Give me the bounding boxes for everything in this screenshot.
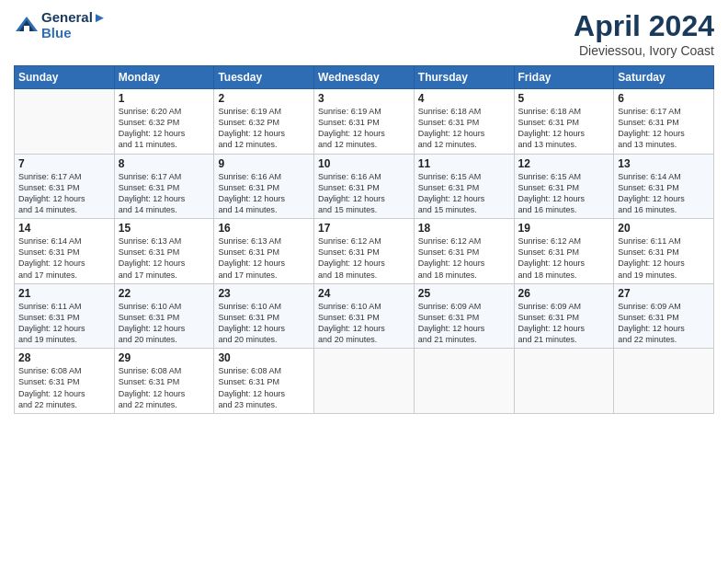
day-info: Sunrise: 6:18 AMSunset: 6:31 PMDaylight:… — [518, 106, 610, 151]
day-number: 1 — [119, 92, 210, 105]
svg-rect-2 — [24, 26, 29, 31]
day-number: 15 — [119, 222, 210, 235]
day-info: Sunrise: 6:18 AMSunset: 6:31 PMDaylight:… — [418, 106, 510, 151]
page: General► Blue April 2024 Dieviessou, Ivo… — [0, 0, 728, 563]
day-number: 8 — [119, 157, 210, 170]
day-info: Sunrise: 6:15 AMSunset: 6:31 PMDaylight:… — [418, 171, 510, 216]
day-number: 25 — [418, 287, 510, 300]
weekday-header-saturday: Saturday — [614, 66, 714, 89]
calendar-cell — [414, 349, 514, 414]
weekday-header-friday: Friday — [514, 66, 614, 89]
calendar-cell — [614, 349, 714, 414]
calendar-cell — [15, 89, 115, 155]
calendar-cell: 22Sunrise: 6:10 AMSunset: 6:31 PMDayligh… — [114, 283, 214, 349]
day-number: 29 — [119, 351, 210, 364]
calendar-cell: 16Sunrise: 6:13 AMSunset: 6:31 PMDayligh… — [214, 219, 314, 284]
calendar-cell: 17Sunrise: 6:12 AMSunset: 6:31 PMDayligh… — [314, 219, 415, 284]
day-number: 23 — [218, 287, 310, 300]
day-number: 5 — [518, 92, 610, 105]
day-info: Sunrise: 6:10 AMSunset: 6:31 PMDaylight:… — [119, 301, 210, 346]
day-info: Sunrise: 6:09 AMSunset: 6:31 PMDaylight:… — [518, 301, 610, 346]
day-number: 24 — [318, 287, 410, 300]
day-number: 16 — [218, 222, 310, 235]
calendar-cell — [514, 349, 614, 414]
calendar-cell: 26Sunrise: 6:09 AMSunset: 6:31 PMDayligh… — [514, 283, 614, 349]
logo-icon — [14, 15, 40, 35]
day-info: Sunrise: 6:19 AMSunset: 6:31 PMDaylight:… — [318, 106, 410, 151]
day-info: Sunrise: 6:14 AMSunset: 6:31 PMDaylight:… — [18, 236, 110, 281]
calendar-cell: 11Sunrise: 6:15 AMSunset: 6:31 PMDayligh… — [414, 154, 514, 219]
logo-area: General► Blue — [14, 9, 107, 41]
weekday-header-sunday: Sunday — [15, 66, 115, 89]
day-number: 12 — [518, 157, 610, 170]
calendar-cell: 19Sunrise: 6:12 AMSunset: 6:31 PMDayligh… — [514, 219, 614, 284]
calendar-cell: 21Sunrise: 6:11 AMSunset: 6:31 PMDayligh… — [15, 283, 115, 349]
calendar-week-row: 7Sunrise: 6:17 AMSunset: 6:31 PMDaylight… — [15, 154, 714, 219]
calendar-cell: 5Sunrise: 6:18 AMSunset: 6:31 PMDaylight… — [514, 89, 614, 155]
calendar-week-row: 21Sunrise: 6:11 AMSunset: 6:31 PMDayligh… — [15, 283, 714, 349]
day-number: 4 — [418, 92, 510, 105]
day-number: 7 — [18, 157, 110, 170]
weekday-header-thursday: Thursday — [414, 66, 514, 89]
day-info: Sunrise: 6:19 AMSunset: 6:32 PMDaylight:… — [218, 106, 310, 151]
weekday-header-monday: Monday — [114, 66, 214, 89]
calendar-cell: 18Sunrise: 6:12 AMSunset: 6:31 PMDayligh… — [414, 219, 514, 284]
calendar-cell: 29Sunrise: 6:08 AMSunset: 6:31 PMDayligh… — [114, 349, 214, 414]
calendar-cell: 12Sunrise: 6:15 AMSunset: 6:31 PMDayligh… — [514, 154, 614, 219]
calendar-cell: 15Sunrise: 6:13 AMSunset: 6:31 PMDayligh… — [114, 219, 214, 284]
calendar-cell: 7Sunrise: 6:17 AMSunset: 6:31 PMDaylight… — [15, 154, 115, 219]
day-info: Sunrise: 6:09 AMSunset: 6:31 PMDaylight:… — [418, 301, 510, 346]
calendar-cell: 14Sunrise: 6:14 AMSunset: 6:31 PMDayligh… — [15, 219, 115, 284]
day-number: 20 — [618, 222, 710, 235]
calendar-cell: 8Sunrise: 6:17 AMSunset: 6:31 PMDaylight… — [114, 154, 214, 219]
day-info: Sunrise: 6:08 AMSunset: 6:31 PMDaylight:… — [218, 365, 310, 410]
day-info: Sunrise: 6:10 AMSunset: 6:31 PMDaylight:… — [318, 301, 410, 346]
title-area: April 2024 Dieviessou, Ivory Coast — [574, 9, 714, 58]
day-number: 21 — [18, 287, 110, 300]
calendar-week-row: 14Sunrise: 6:14 AMSunset: 6:31 PMDayligh… — [15, 219, 714, 284]
day-info: Sunrise: 6:11 AMSunset: 6:31 PMDaylight:… — [618, 236, 710, 281]
calendar-cell: 25Sunrise: 6:09 AMSunset: 6:31 PMDayligh… — [414, 283, 514, 349]
logo-text: General► Blue — [41, 9, 107, 41]
day-info: Sunrise: 6:16 AMSunset: 6:31 PMDaylight:… — [318, 171, 410, 216]
day-number: 27 — [618, 287, 710, 300]
calendar-cell: 20Sunrise: 6:11 AMSunset: 6:31 PMDayligh… — [614, 219, 714, 284]
calendar-cell: 24Sunrise: 6:10 AMSunset: 6:31 PMDayligh… — [314, 283, 415, 349]
header: General► Blue April 2024 Dieviessou, Ivo… — [14, 9, 714, 58]
calendar-cell: 30Sunrise: 6:08 AMSunset: 6:31 PMDayligh… — [214, 349, 314, 414]
calendar-cell: 4Sunrise: 6:18 AMSunset: 6:31 PMDaylight… — [414, 89, 514, 155]
day-info: Sunrise: 6:15 AMSunset: 6:31 PMDaylight:… — [518, 171, 610, 216]
day-info: Sunrise: 6:13 AMSunset: 6:31 PMDaylight:… — [119, 236, 210, 281]
calendar-week-row: 1Sunrise: 6:20 AMSunset: 6:32 PMDaylight… — [15, 89, 714, 155]
day-info: Sunrise: 6:08 AMSunset: 6:31 PMDaylight:… — [119, 365, 210, 410]
day-number: 13 — [618, 157, 710, 170]
day-number: 19 — [518, 222, 610, 235]
day-number: 28 — [18, 351, 110, 364]
calendar-cell: 27Sunrise: 6:09 AMSunset: 6:31 PMDayligh… — [614, 283, 714, 349]
calendar-cell: 9Sunrise: 6:16 AMSunset: 6:31 PMDaylight… — [214, 154, 314, 219]
day-info: Sunrise: 6:09 AMSunset: 6:31 PMDaylight:… — [618, 301, 710, 346]
day-number: 30 — [218, 351, 310, 364]
day-info: Sunrise: 6:17 AMSunset: 6:31 PMDaylight:… — [618, 106, 710, 151]
day-info: Sunrise: 6:08 AMSunset: 6:31 PMDaylight:… — [18, 365, 110, 410]
calendar-cell — [314, 349, 415, 414]
day-number: 6 — [618, 92, 710, 105]
weekday-header-row: SundayMondayTuesdayWednesdayThursdayFrid… — [15, 66, 714, 89]
calendar-week-row: 28Sunrise: 6:08 AMSunset: 6:31 PMDayligh… — [15, 349, 714, 414]
day-number: 9 — [218, 157, 310, 170]
day-number: 10 — [318, 157, 410, 170]
day-number: 17 — [318, 222, 410, 235]
calendar-table: SundayMondayTuesdayWednesdayThursdayFrid… — [14, 65, 714, 414]
location-title: Dieviessou, Ivory Coast — [574, 43, 714, 58]
day-info: Sunrise: 6:11 AMSunset: 6:31 PMDaylight:… — [18, 301, 110, 346]
day-number: 11 — [418, 157, 510, 170]
day-info: Sunrise: 6:10 AMSunset: 6:31 PMDaylight:… — [218, 301, 310, 346]
calendar-cell: 1Sunrise: 6:20 AMSunset: 6:32 PMDaylight… — [114, 89, 214, 155]
day-number: 26 — [518, 287, 610, 300]
calendar-cell: 13Sunrise: 6:14 AMSunset: 6:31 PMDayligh… — [614, 154, 714, 219]
day-info: Sunrise: 6:12 AMSunset: 6:31 PMDaylight:… — [318, 236, 410, 281]
day-number: 14 — [18, 222, 110, 235]
weekday-header-tuesday: Tuesday — [214, 66, 314, 89]
month-title: April 2024 — [574, 9, 714, 43]
day-info: Sunrise: 6:17 AMSunset: 6:31 PMDaylight:… — [18, 171, 110, 216]
